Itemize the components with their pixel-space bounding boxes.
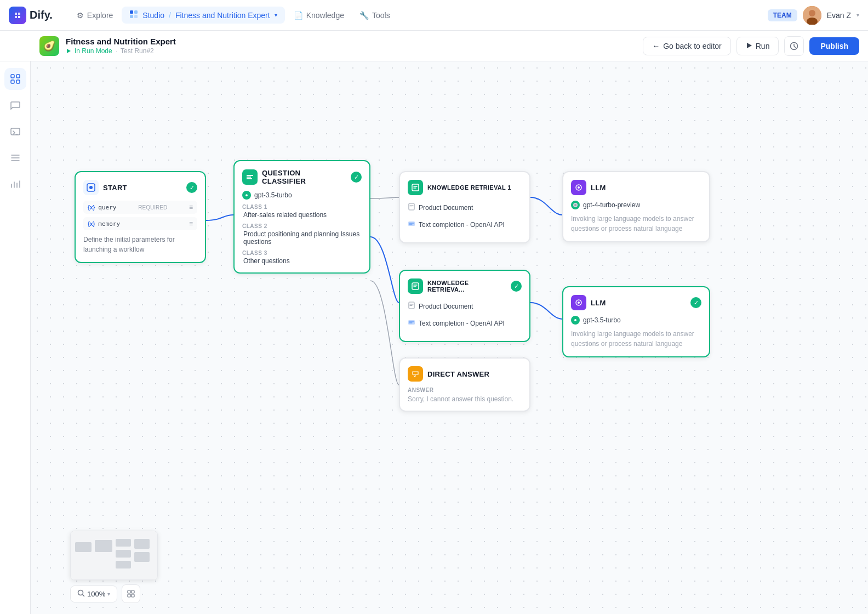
svg-point-30 <box>574 319 576 321</box>
arrow-left-icon: ← <box>652 42 660 50</box>
knowledge-icon: 📄 <box>294 11 303 20</box>
llm-1-node[interactable]: LLM gpt-4-turbo-preview Invoking large l… <box>562 171 710 242</box>
qc-node-title: QUESTION CLASSIFIER <box>262 169 346 185</box>
sidebar-item-data[interactable] <box>4 147 26 169</box>
class2-text: Product positioning and planning Issues … <box>242 230 362 246</box>
search-icon <box>77 589 85 599</box>
svg-point-16 <box>89 186 93 189</box>
svg-rect-32 <box>128 590 130 593</box>
kr2-node-check: ✓ <box>511 281 522 292</box>
kr1-doc-icon <box>408 203 415 212</box>
logo-text: Dify. <box>30 9 53 21</box>
avatar <box>803 6 821 25</box>
zoom-display[interactable]: 100% ▾ <box>70 585 117 602</box>
da-node-title: DIRECT ANSWER <box>427 370 522 378</box>
kr1-node-title: KNOWLEDGE RETRIEVAL 1 <box>427 184 522 191</box>
da-node-header: DIRECT ANSWER <box>408 366 522 382</box>
svg-rect-11 <box>16 75 20 78</box>
question-classifier-node[interactable]: QUESTION CLASSIFIER ✓ ● gpt-3.5-turbo CL… <box>233 160 370 274</box>
second-bar: 🥑 Fitness and Nutrition Expert In Run Mo… <box>0 31 868 61</box>
kr2-node-title: KNOWLEDGE RETRIEVA... <box>427 280 506 293</box>
team-badge: TEAM <box>768 9 797 21</box>
zoom-level: 100% <box>87 590 105 598</box>
start-node-check: ✓ <box>186 182 197 193</box>
llm1-node-icon <box>571 180 586 195</box>
clock-button[interactable] <box>784 36 804 56</box>
studio-label: Studio <box>142 11 164 20</box>
start-field-query: {x} query REQUIRED ≡ <box>83 201 197 214</box>
qc-node-check: ✓ <box>351 172 362 183</box>
knowledge-retrieval-2-node[interactable]: KNOWLEDGE RETRIEVA... ✓ Product Document… <box>399 270 530 342</box>
sidebar-item-chart[interactable] <box>4 173 26 195</box>
qc-node-header: QUESTION CLASSIFIER ✓ <box>242 169 362 185</box>
svg-rect-19 <box>408 221 415 226</box>
dot-sep: · <box>116 47 117 55</box>
kr1-api-icon <box>408 220 415 229</box>
qc-model-row: ● gpt-3.5-turbo <box>242 191 362 200</box>
llm1-model-icon <box>571 201 580 209</box>
chevron-down-icon-zoom: ▾ <box>107 591 110 597</box>
llm1-desc: Invoking large language models to answer… <box>571 214 701 234</box>
svg-rect-12 <box>11 80 14 83</box>
qc-model-icon: ● <box>242 191 251 200</box>
kr2-doc-row: Product Document <box>408 299 522 313</box>
llm1-node-title: LLM <box>591 184 701 192</box>
start-node-header: START ✓ <box>83 180 197 195</box>
svg-point-31 <box>78 590 83 595</box>
llm2-model-row: gpt-3.5-turbo <box>571 316 701 325</box>
llm2-node-title: LLM <box>591 299 686 307</box>
nav-explore[interactable]: ⚙ Explore <box>70 8 119 23</box>
llm2-node-check: ✓ <box>690 297 701 308</box>
svg-rect-22 <box>408 320 415 325</box>
svg-rect-13 <box>16 80 20 83</box>
svg-marker-8 <box>747 43 752 48</box>
app-title: Fitness and Nutrition Expert <box>66 37 636 46</box>
second-bar-actions: ← Go back to editor Run Publish <box>643 36 859 56</box>
start-node-desc: Define the initial parameters for launch… <box>83 235 197 254</box>
nav-studio-breadcrumb[interactable]: Studio / Fitness and Nutrition Expert ▾ <box>122 7 284 24</box>
start-field-memory: {x} memory ≡ <box>83 217 197 230</box>
tools-icon: 🔧 <box>359 11 369 20</box>
nav-tools[interactable]: 🔧 Tools <box>353 8 397 23</box>
kr2-api-icon <box>408 319 415 328</box>
kr1-node-header: KNOWLEDGE RETRIEVAL 1 <box>408 180 522 195</box>
svg-point-5 <box>809 10 815 16</box>
qc-node-icon <box>242 169 258 185</box>
layout-button[interactable] <box>122 584 140 603</box>
minimap <box>70 531 158 580</box>
app-meta: In Run Mode · Test Run#2 <box>66 47 636 55</box>
svg-rect-1 <box>134 10 138 14</box>
sidebar <box>0 61 31 614</box>
llm1-node-header: LLM <box>571 180 701 195</box>
llm2-node-header: LLM ✓ <box>571 295 701 310</box>
svg-rect-20 <box>412 283 419 289</box>
direct-answer-node[interactable]: DIRECT ANSWER ANSWER Sorry, I cannot ans… <box>399 357 530 412</box>
svg-rect-3 <box>134 15 138 18</box>
llm-2-node[interactable]: LLM ✓ gpt-3.5-turbo Invoking large langu… <box>562 286 710 357</box>
svg-rect-33 <box>132 590 134 593</box>
sidebar-item-terminal[interactable] <box>4 121 26 143</box>
logo-icon <box>9 7 26 24</box>
canvas[interactable]: START ✓ {x} query REQUIRED ≡ {x} memory … <box>31 61 868 614</box>
app-info: Fitness and Nutrition Expert In Run Mode… <box>66 37 636 55</box>
sidebar-item-chat[interactable] <box>4 94 26 116</box>
test-run-label: Test Run#2 <box>121 47 154 55</box>
class3-label: CLASS 3 <box>242 250 362 256</box>
run-button[interactable]: Run <box>736 37 779 55</box>
class1-text: After-sales related questions <box>242 211 362 219</box>
svg-point-28 <box>578 302 580 304</box>
llm1-model-row: gpt-4-turbo-preview <box>571 201 701 209</box>
svg-rect-0 <box>130 10 133 14</box>
knowledge-retrieval-1-node[interactable]: KNOWLEDGE RETRIEVAL 1 Product Document T… <box>399 171 530 243</box>
nav-knowledge[interactable]: 📄 Knowledge <box>287 8 351 23</box>
go-back-button[interactable]: ← Go back to editor <box>643 37 731 55</box>
start-node[interactable]: START ✓ {x} query REQUIRED ≡ {x} memory … <box>75 171 206 263</box>
kr2-doc-icon <box>408 302 415 311</box>
llm2-node-icon <box>571 295 586 310</box>
da-node-icon <box>408 366 423 382</box>
publish-button[interactable]: Publish <box>809 37 859 55</box>
sidebar-item-workflow[interactable] <box>4 68 26 90</box>
class3-text: Other questions <box>242 257 362 265</box>
logo[interactable]: Dify. <box>9 7 53 24</box>
kr1-node-icon <box>408 180 423 195</box>
